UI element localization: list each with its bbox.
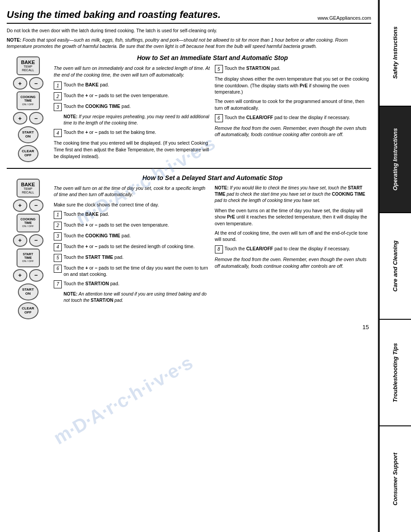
plus-minus-row-2: + − [13, 112, 43, 124]
note-text: NOTE: Foods that spoil easily—such as mi… [7, 37, 371, 50]
section1-left: The oven will turn on immediately and co… [54, 65, 210, 162]
start-on-button-1[interactable]: STARTON [18, 126, 39, 143]
step-num-2-1: 1 [54, 211, 62, 219]
plus-button-2[interactable]: + [13, 112, 27, 124]
controls-column-2: BAKE TEMPRECALL + − COOKINGTIME ON / OFF… [7, 174, 49, 319]
sidebar-label-consumer: Consumer Support [392, 453, 399, 506]
section1-right-para1: The display shows either the oven temper… [215, 76, 372, 95]
step-text-1-5: Touch the START/ON pad. [225, 65, 372, 72]
step-1-6: 6 Touch the CLEAR/OFF pad to clear the d… [215, 114, 372, 122]
step-2-8: 8 Touch the CLEAR/OFF pad to clear the d… [215, 245, 372, 253]
note-label: NOTE: [7, 37, 21, 43]
plus-button-1[interactable]: + [13, 77, 27, 90]
step-2-6: 6 Touch the + or – pads to set the time … [54, 265, 210, 278]
step-2-1: 1 Touch the BAKE pad. [54, 211, 210, 219]
start-time-sublabel: ON / OFF [22, 260, 34, 263]
step-num-1-2: 2 [54, 92, 62, 100]
step-text-1-2: Touch the + or – pads to set the oven te… [64, 92, 210, 99]
minus-button-2[interactable]: − [29, 112, 43, 124]
step-text-1-6: Touch the CLEAR/OFF pad to clear the dis… [225, 114, 372, 121]
section2-two-col: The oven will turn on at the time of day… [54, 185, 371, 306]
sidebar-label-care: Care and Cleaning [392, 240, 399, 292]
start-on-button-2[interactable]: STARTON [18, 283, 39, 300]
step-text-2-8: Touch the CLEAR/OFF pad to clear the dis… [225, 245, 372, 252]
step-1-3: 3 Touch the COOKING TIME pad. [54, 103, 210, 111]
plus-minus-row-4: + − [13, 234, 43, 247]
step-num-2-4: 4 [54, 243, 62, 251]
cooking-time-button-1[interactable]: COOKINGTIME ON / OFF [17, 91, 40, 110]
sidebar-label-troubleshooting: Troubleshooting Tips [392, 343, 399, 402]
section2-right-para2: At the end of cooking time, the oven wil… [215, 230, 372, 243]
step-text-2-5: Touch the START TIME pad. [64, 254, 210, 261]
sidebar-section-safety: Safety Instructions [380, 0, 411, 107]
step-text-2-4: Touch the + or – pads to set the desired… [64, 243, 210, 250]
section2-subtitle: The oven will turn on at the time of day… [54, 185, 210, 198]
start-time-button[interactable]: STARTTIME ON / OFF [17, 249, 40, 267]
section1-two-col: The oven will turn on immediately and co… [54, 65, 371, 162]
start-label-2: STARTON [22, 288, 34, 296]
step-text-2-2: Touch the + or – pads to set the oven te… [64, 222, 210, 228]
sidebar-section-care: Care and Cleaning [380, 213, 411, 320]
step-text-2-6: Touch the + or – pads to set the time of… [64, 265, 210, 278]
step-1-1: 1 Touch the BAKE pad. [54, 82, 210, 90]
section1-container: BAKE TEMPRECALL + − COOKINGTIME ON / OFF… [7, 54, 371, 162]
sidebar-section-operating: Operating Instructions [380, 107, 411, 213]
plus-button-3[interactable]: + [13, 199, 27, 212]
step-num-2-8: 8 [215, 245, 223, 253]
minus-button-4[interactable]: − [29, 234, 43, 247]
cooking-time-sublabel-2: ON / OFF [22, 225, 34, 228]
minus-button-1[interactable]: − [29, 77, 43, 90]
note-content: Foods that spoil easily—such as milk, eg… [7, 37, 348, 49]
step-2-4: 4 Touch the + or – pads to set the desir… [54, 243, 210, 251]
step-2-3: 3 Touch the COOKING TIME pad. [54, 232, 210, 240]
step-num-1-6: 6 [215, 114, 223, 122]
step-2-5: 5 Touch the START TIME pad. [54, 254, 210, 262]
section1-note: NOTE: If your recipe requires preheating… [64, 114, 210, 126]
section1-right-para2: The oven will continue to cook for the p… [215, 98, 372, 111]
step-num-1-3: 3 [54, 103, 62, 111]
clear-off-button-2[interactable]: CLEAROFF [18, 302, 39, 319]
controls-column-1: BAKE TEMPRECALL + − COOKINGTIME ON / OFF… [7, 54, 49, 162]
clear-off-button-1[interactable]: CLEAROFF [18, 145, 39, 162]
bake-button-1[interactable]: BAKE TEMPRECALL [17, 56, 40, 75]
section2-title: How to Set a Delayed Start and Automatic… [54, 174, 371, 181]
page-container: Using the timed baking and roasting feat… [0, 0, 411, 532]
step-num-1-5: 5 [215, 65, 223, 73]
step-text-1-3: Touch the COOKING TIME pad. [64, 103, 210, 110]
clear-label: CLEAROFF [22, 150, 34, 158]
instructions-column-1: How to Set an Immediate Start and Automa… [49, 54, 371, 162]
plus-button-5[interactable]: + [13, 269, 27, 282]
section2-right-para1: When the oven turns on at the time of da… [215, 207, 372, 227]
plus-button-4[interactable]: + [13, 234, 27, 247]
step-num-2-6: 6 [54, 265, 62, 273]
step-num-2-5: 5 [54, 254, 62, 262]
watermark-2: m·D·A·r·c·h·i·v·e·s [50, 352, 196, 449]
bake-button-2[interactable]: BAKE TEMPRECALL [17, 179, 40, 197]
start-label: STARTON [22, 131, 34, 139]
warning-text: Do not lock the oven door with the latch… [7, 27, 371, 34]
section1-title: How to Set an Immediate Start and Automa… [54, 54, 371, 61]
instructions-column-2: How to Set a Delayed Start and Automatic… [49, 174, 371, 319]
minus-button-3[interactable]: − [29, 199, 43, 212]
page-number: 15 [7, 324, 371, 330]
bake-sublabel: TEMPRECALL [22, 65, 34, 72]
step-1-5: 5 Touch the START/ON pad. [215, 65, 372, 73]
sidebar-label-safety: Safety Instructions [392, 26, 399, 79]
right-sidebar: Safety Instructions Operating Instructio… [379, 0, 411, 532]
step-num-1-4: 4 [54, 129, 62, 137]
section1-para1: The cooking time that you entered will b… [54, 140, 210, 159]
page-title: Using the timed baking and roasting feat… [7, 9, 221, 21]
page-title-bar: Using the timed baking and roasting feat… [7, 9, 371, 24]
sidebar-section-consumer: Consumer Support [380, 426, 411, 532]
cooking-time-label-2: COOKINGTIME [21, 218, 35, 225]
step-1-2: 2 Touch the + or – pads to set the oven … [54, 92, 210, 100]
section1-right: 5 Touch the START/ON pad. The display sh… [215, 65, 372, 162]
section2-left: The oven will turn on at the time of day… [54, 185, 210, 306]
section2-make-sure: Make sure the clock shows the correct ti… [54, 202, 210, 208]
step-num-2-7: 7 [54, 280, 62, 288]
cooking-time-button-2[interactable]: COOKINGTIME ON / OFF [17, 214, 40, 232]
minus-button-5[interactable]: − [29, 269, 43, 282]
start-time-label: STARTTIME [23, 253, 33, 260]
bake-sublabel-2: TEMPRECALL [22, 187, 34, 194]
section2-right-note: NOTE: If you would like to check the tim… [215, 185, 372, 204]
